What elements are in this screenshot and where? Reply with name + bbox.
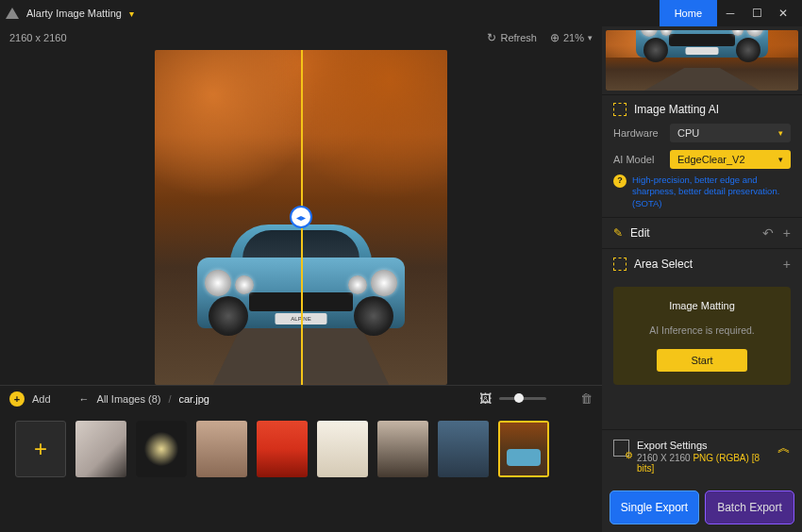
home-button[interactable]: Home	[660, 0, 717, 26]
popup-title: Image Matting	[627, 300, 777, 311]
add-button[interactable]: Add	[32, 393, 51, 405]
image-dimensions: 2160 x 2160	[9, 32, 67, 43]
add-image-tile[interactable]: +	[15, 421, 66, 477]
app-title: Alarty Image Matting	[26, 8, 122, 19]
export-settings-icon	[613, 440, 629, 457]
preview-thumbnail	[606, 30, 798, 91]
expand-icon[interactable]: ︽	[777, 440, 791, 457]
canvas-area[interactable]: ALPINE ◂▸	[0, 49, 602, 385]
thumbnail-item[interactable]	[438, 421, 489, 477]
refresh-icon: ↻	[487, 31, 496, 44]
plus-icon[interactable]: +	[783, 257, 791, 272]
help-icon[interactable]: ?	[613, 175, 627, 188]
thumbnail-item[interactable]	[196, 421, 247, 477]
minimize-button[interactable]: ─	[717, 0, 744, 26]
thumbnail-item[interactable]	[257, 421, 308, 477]
viewer-panel: 2160 x 2160 ↻ Refresh ⊕ 21% ▾	[0, 26, 602, 385]
single-export-button[interactable]: Single Export	[610, 490, 699, 524]
main-image: ALPINE ◂▸	[155, 50, 447, 385]
inference-popup: Image Matting AI Inference is required. …	[613, 287, 791, 385]
thumbnail-strip: +	[0, 411, 602, 487]
viewer-toolbar: 2160 x 2160 ↻ Refresh ⊕ 21% ▾	[0, 26, 602, 49]
chevron-down-icon: ▾	[778, 128, 783, 138]
thumbnail-item[interactable]	[75, 421, 126, 477]
undo-icon[interactable]: ↶	[762, 225, 774, 241]
plus-icon[interactable]: +	[783, 225, 791, 241]
export-settings-title: Export Settings	[637, 440, 770, 451]
maximize-button[interactable]: ☐	[744, 0, 770, 26]
thumbnail-item-selected[interactable]	[498, 421, 549, 477]
start-button[interactable]: Start	[657, 349, 746, 372]
ai-model-select[interactable]: EdgeClear_V2 ▾	[670, 150, 791, 169]
zoom-icon: ⊕	[550, 31, 560, 44]
zoom-value: 21%	[563, 32, 584, 43]
delete-icon[interactable]: 🗑	[580, 391, 593, 406]
comparison-handle[interactable]: ◂▸	[290, 206, 312, 228]
popup-message: AI Inference is required.	[627, 324, 777, 336]
right-panel: Image Matting AI Hardware CPU ▾ AI Model…	[602, 26, 802, 385]
close-button[interactable]: ✕	[770, 0, 796, 26]
thumbnail-item[interactable]	[136, 421, 187, 477]
titlebar: Alarty Image Matting ▾ Home ─ ☐ ✕	[0, 0, 802, 26]
all-images-label[interactable]: All Images (8)	[97, 393, 161, 405]
thumbnail-item[interactable]	[317, 421, 368, 477]
back-arrow-icon[interactable]: ←	[79, 393, 90, 405]
breadcrumb-separator: /	[168, 393, 171, 405]
chevron-down-icon: ▾	[588, 33, 593, 42]
area-select-icon	[613, 258, 627, 271]
hardware-select[interactable]: CPU ▾	[670, 124, 791, 142]
thumbnail-item[interactable]	[377, 421, 428, 477]
zoom-control[interactable]: ⊕ 21% ▾	[550, 31, 593, 44]
edit-icon: ✎	[613, 226, 623, 240]
chevron-down-icon: ▾	[778, 155, 783, 164]
chevron-down-icon[interactable]: ▾	[129, 8, 134, 19]
image-matting-section: Image Matting AI Hardware CPU ▾ AI Model…	[602, 94, 802, 217]
ai-model-label: AI Model	[613, 154, 662, 165]
model-description: High-precision, better edge and sharpnes…	[632, 175, 791, 209]
current-filename: car.jpg	[179, 393, 209, 405]
batch-export-button[interactable]: Batch Export	[705, 490, 794, 524]
ai-model-value: EdgeClear_V2	[677, 154, 745, 165]
export-dimensions: 2160 X 2160	[637, 453, 691, 463]
refresh-button[interactable]: ↻ Refresh	[487, 31, 537, 44]
image-size-icon: 🖼	[479, 391, 492, 406]
add-icon: +	[9, 391, 25, 407]
edit-section[interactable]: ✎ Edit ↶ +	[602, 217, 802, 248]
area-select-section[interactable]: Area Select +	[602, 248, 802, 279]
area-select-title: Area Select	[634, 258, 693, 271]
thumbnails-panel: + Add ← All Images (8) / car.jpg 🖼 🗑 +	[0, 385, 602, 532]
matting-title: Image Matting AI	[634, 103, 719, 116]
app-logo-icon	[6, 8, 19, 19]
hardware-label: Hardware	[613, 127, 662, 139]
matting-icon	[613, 103, 627, 116]
thumb-size-slider[interactable]	[499, 397, 546, 400]
export-settings-section[interactable]: Export Settings 2160 X 2160 PNG (RGBA) […	[602, 429, 802, 483]
refresh-label: Refresh	[500, 32, 537, 43]
hardware-value: CPU	[677, 127, 699, 139]
export-panel: Export Settings 2160 X 2160 PNG (RGBA) […	[602, 385, 802, 532]
thumbnails-toolbar: + Add ← All Images (8) / car.jpg 🖼 🗑	[0, 385, 602, 411]
edit-title: Edit	[630, 226, 650, 240]
